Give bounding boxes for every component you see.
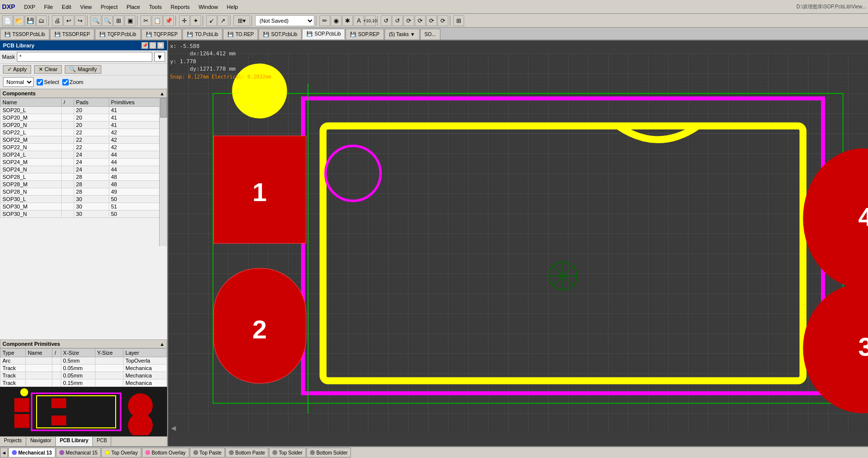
table-row[interactable]: SOP28_N2849 <box>0 188 167 196</box>
zoom-fit-btn[interactable]: ⊞ <box>113 15 124 26</box>
save-all-btn[interactable]: 🗂 <box>36 15 47 26</box>
move-btn[interactable]: ✦ <box>190 15 201 26</box>
prim-col-xsize[interactable]: X-Size <box>61 349 95 357</box>
components-collapse-btn[interactable]: ▲ <box>160 91 165 96</box>
mode-select[interactable]: Normal Mask <box>3 77 34 87</box>
table-row[interactable]: SOP20_M2041 <box>0 114 167 122</box>
layer-tab-bottom-overlay[interactable]: Bottom Overlay <box>142 448 189 458</box>
col-pads[interactable]: Pads <box>74 98 109 107</box>
route2-btn[interactable]: ↗ <box>217 15 228 26</box>
prim-col-layer[interactable]: Layer <box>123 349 167 357</box>
table-row[interactable]: SOP30_M3051 <box>0 203 167 210</box>
not-saved-dropdown[interactable]: (Not Saved) <box>255 15 314 26</box>
panel-float-btn[interactable]: □ <box>149 42 156 49</box>
table-row[interactable]: SOP24_N2444 <box>0 166 167 173</box>
canvas-area[interactable]: x: -5.588 dx:1264.412 mm y: 1.778 dy:127… <box>168 41 868 446</box>
text-btn[interactable]: A <box>353 15 364 26</box>
table-row[interactable]: SOP20_N2041 <box>0 122 167 129</box>
grid2-btn[interactable]: ⊞ <box>453 15 464 26</box>
table-row[interactable]: SOP28_L2848 <box>0 173 167 181</box>
zoom-in-btn[interactable]: 🔍 <box>90 15 101 26</box>
tab-sot-pcblib[interactable]: 💾 SOT.PcbLib <box>259 29 302 40</box>
layer-tab-mech13[interactable]: Mechanical 13 <box>8 448 55 458</box>
menu-window[interactable]: Window <box>195 3 222 11</box>
left-tab-pcb[interactable]: PCB <box>93 437 112 446</box>
menu-edit[interactable]: Edit <box>58 3 75 11</box>
tab-sop-pcblib[interactable]: 💾 SOP.PcbLib <box>302 29 345 40</box>
left-tab-projects[interactable]: Projects <box>0 437 26 446</box>
layer-tab-top-solder[interactable]: Top Solder <box>269 448 306 458</box>
table-row[interactable]: Track0.05mmMechanica <box>0 372 167 379</box>
comp-scrollbar[interactable] <box>159 98 167 246</box>
menu-view[interactable]: View <box>76 3 96 11</box>
menu-file[interactable]: File <box>40 3 57 11</box>
zoom-checkbox[interactable] <box>62 79 69 85</box>
arc2-btn[interactable]: ↺ <box>392 15 403 26</box>
prim-col-slash[interactable]: / <box>52 349 61 357</box>
table-row[interactable]: SOP28_M2848 <box>0 181 167 188</box>
menu-place[interactable]: Place <box>123 3 144 11</box>
copy-btn[interactable]: 📋 <box>152 15 163 26</box>
cut-btn[interactable]: ✂ <box>140 15 151 26</box>
layer-tab-bottom-paste[interactable]: Bottom Paste <box>225 448 268 458</box>
star-btn[interactable]: ✱ <box>342 15 353 26</box>
clear-btn[interactable]: ✕ Clear <box>34 65 62 74</box>
left-tab-pcblib[interactable]: PCB Library <box>56 437 93 446</box>
print-btn[interactable]: 🖨 <box>52 15 63 26</box>
paste-btn[interactable]: 📌 <box>163 15 174 26</box>
new-btn[interactable]: 📄 <box>2 15 13 26</box>
num-btn[interactable]: +10,10 <box>365 15 376 26</box>
tab-sop-rep[interactable]: 💾 SOP.REP <box>346 29 384 40</box>
layer-tab-top-paste[interactable]: Top Paste <box>190 448 225 458</box>
undo-btn[interactable]: ↩ <box>63 15 74 26</box>
menu-reports[interactable]: Reports <box>167 3 194 11</box>
mask-input[interactable] <box>17 52 152 62</box>
menu-project[interactable]: Project <box>97 3 122 11</box>
tab-tqfp-pcblib[interactable]: 💾 TQFP.PcbLib <box>95 29 141 40</box>
select-checkbox[interactable] <box>37 79 43 85</box>
tab-tssop-rep[interactable]: 💾 TSSOP.REP <box>50 29 94 40</box>
cross-btn[interactable]: ✛ <box>179 15 190 26</box>
layer-tab-top-overlay[interactable]: Top Overlay <box>101 448 141 458</box>
left-tab-navigator[interactable]: Navigator <box>26 437 56 446</box>
apply-btn[interactable]: ✓ Apply <box>3 65 31 74</box>
tab-tqfp-rep[interactable]: 💾 TQFP.REP <box>141 29 182 40</box>
grid-btn[interactable]: ⊞▾ <box>233 15 250 26</box>
components-table-container[interactable]: Name / Pads Primitives SOP20_L2041SOP20_… <box>0 98 167 246</box>
tab-so[interactable]: SO... <box>420 29 440 40</box>
layer-scroll-left[interactable]: ◄ <box>0 448 8 458</box>
magnify-btn[interactable]: 🔍 Magnify <box>65 65 101 74</box>
zoom-out-btn[interactable]: 🔍 <box>102 15 113 26</box>
table-row[interactable]: SOP24_M2444 <box>0 159 167 166</box>
arc3-btn[interactable]: ⟳ <box>403 15 414 26</box>
layer-tab-mech15[interactable]: Mechanical 15 <box>56 448 101 458</box>
prim-col-ysize[interactable]: Y-Size <box>95 349 123 357</box>
panel-pin-btn[interactable]: 📌 <box>141 42 148 49</box>
table-row[interactable]: SOP22_N2242 <box>0 144 167 151</box>
table-row[interactable]: SOP20_L2041 <box>0 107 167 114</box>
table-row[interactable]: Arc0.5mmTopOverla <box>0 357 167 365</box>
mask-dropdown-btn[interactable]: ▼ <box>154 52 165 62</box>
col-slash[interactable]: / <box>61 98 74 107</box>
layer-tab-bottom-solder[interactable]: Bottom Solder <box>306 448 351 458</box>
tab-to-pcblib[interactable]: 💾 TO.PcbLib <box>182 29 222 40</box>
primitives-collapse-btn[interactable]: ▲ <box>160 341 165 347</box>
prim-col-type[interactable]: Type <box>0 349 26 357</box>
primitives-table-container[interactable]: Type Name / X-Size Y-Size Layer Arc0.5mm… <box>0 348 167 387</box>
panel-close-btn[interactable]: ✕ <box>157 42 164 49</box>
table-row[interactable]: SOP24_L2444 <box>0 151 167 159</box>
pencil-btn[interactable]: ✏ <box>319 15 330 26</box>
prim-col-name[interactable]: Name <box>26 349 52 357</box>
arc4-btn[interactable]: ⟳ <box>415 15 426 26</box>
tab-tasks[interactable]: (5) Tasks ▼ <box>385 29 420 40</box>
redo-btn[interactable]: ↪ <box>75 15 86 26</box>
menu-tools[interactable]: Tools <box>145 3 166 11</box>
col-primitives[interactable]: Primitives <box>109 98 167 107</box>
table-row[interactable]: SOP30_L3050 <box>0 196 167 203</box>
open-btn[interactable]: 📂 <box>13 15 24 26</box>
zoom-area-btn[interactable]: ▣ <box>125 15 135 26</box>
circle-btn[interactable]: ◉ <box>331 15 342 26</box>
table-row[interactable]: SOP30_N3050 <box>0 210 167 218</box>
table-row[interactable]: Track0.05mmMechanica <box>0 365 167 372</box>
route-btn[interactable]: ↙ <box>206 15 217 26</box>
